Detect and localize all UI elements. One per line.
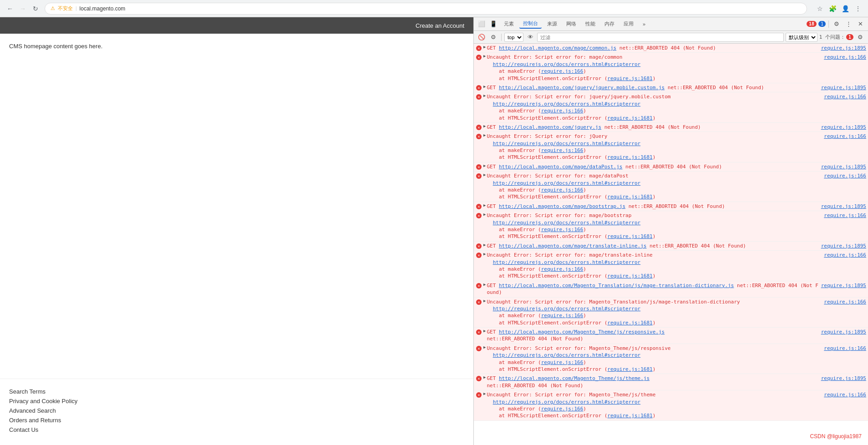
profile-button[interactable]: 👤 (840, 3, 851, 14)
tab-console[interactable]: 控制台 (519, 19, 542, 29)
entry-link-12[interactable]: http://requirejs.org/docs/errors.html#sc… (493, 259, 641, 265)
entry-source-2[interactable]: require.js:166 (824, 54, 866, 60)
expand-1[interactable]: ▶ (483, 45, 486, 49)
tab-network[interactable]: 网络 (563, 20, 580, 28)
entry-src-18a[interactable]: require.js:166 (541, 406, 584, 412)
menu-button[interactable]: ⋮ (853, 3, 863, 14)
entry-source-9[interactable]: require.js:1895 (821, 203, 866, 209)
console-toolbar-settings[interactable]: ⚙ (855, 32, 865, 42)
extensions-button[interactable]: 🧩 (827, 3, 838, 14)
expand-4[interactable]: ▶ (483, 93, 486, 98)
entry-link-9[interactable]: http://local.magento.com/mage/bootstrap.… (499, 203, 625, 209)
entry-src-12b[interactable]: require.js:1681 (607, 273, 652, 279)
entry-link-14[interactable]: http://requirejs.org/docs/errors.html#sc… (493, 306, 641, 312)
expand-9[interactable]: ▶ (483, 203, 486, 207)
eye-button[interactable]: 👁 (525, 32, 535, 42)
entry-src-4a[interactable]: require.js:166 (541, 108, 584, 114)
footer-link-search-terms[interactable]: Search Terms (9, 388, 464, 395)
entry-src-6a[interactable]: require.js:166 (541, 147, 584, 153)
entry-src-10b[interactable]: require.js:1681 (607, 233, 652, 239)
back-button[interactable]: ← (5, 3, 15, 14)
footer-link-privacy[interactable]: Privacy and Cookie Policy (9, 398, 464, 405)
devtools-console[interactable]: ✕ ▶ GET http://local.magento.com/mage/co… (474, 44, 868, 445)
entry-link-7[interactable]: http://local.magento.com/mage/dataPost.j… (499, 164, 623, 170)
console-settings-button[interactable]: ⚙ (488, 32, 498, 42)
entry-link-11[interactable]: http://local.magento.com/mage/translate-… (499, 243, 647, 249)
expand-6[interactable]: ▶ (483, 133, 486, 137)
expand-8[interactable]: ▶ (483, 172, 486, 177)
entry-source-12[interactable]: require.js:166 (824, 252, 866, 258)
entry-src-16b[interactable]: require.js:1681 (607, 366, 652, 372)
filter-input[interactable] (537, 33, 784, 42)
tab-performance[interactable]: 性能 (582, 20, 599, 28)
entry-source-10[interactable]: require.js:166 (824, 212, 866, 218)
expand-14[interactable]: ▶ (483, 298, 486, 303)
entry-link-15[interactable]: http://local.magento.com/Magento_Theme/j… (499, 329, 665, 335)
entry-source-18[interactable]: require.js:166 (824, 392, 866, 398)
entry-link-4[interactable]: http://requirejs.org/docs/errors.html#sc… (493, 101, 641, 107)
inspect-element-button[interactable]: ⬜ (477, 19, 487, 29)
entry-source-8[interactable]: require.js:166 (824, 173, 866, 179)
expand-15[interactable]: ▶ (483, 329, 486, 333)
expand-3[interactable]: ▶ (483, 84, 486, 89)
footer-link-advanced-search[interactable]: Advanced Search (9, 407, 464, 414)
entry-source-1[interactable]: require.js:1895 (821, 45, 866, 51)
entry-source-7[interactable]: require.js:1895 (821, 164, 866, 170)
entry-link-17[interactable]: http://local.magento.com/Magento_Theme/j… (499, 375, 650, 381)
entry-src-8b[interactable]: require.js:1681 (607, 194, 652, 200)
entry-src-6b[interactable]: require.js:1681 (607, 154, 652, 160)
entry-link-13[interactable]: http://local.magento.com/Magento_Transla… (499, 283, 734, 288)
entry-src-12a[interactable]: require.js:166 (541, 266, 584, 272)
entry-src-2b[interactable]: require.js:1681 (607, 76, 652, 81)
tab-application[interactable]: 应用 (620, 20, 637, 28)
expand-12[interactable]: ▶ (483, 252, 486, 256)
entry-source-4[interactable]: require.js:166 (824, 94, 866, 100)
bookmark-button[interactable]: ☆ (814, 3, 825, 14)
entry-source-13[interactable]: require.js:1895 (821, 283, 866, 288)
entry-link-2[interactable]: http://requirejs.org/docs/errors.html#sc… (493, 61, 641, 67)
forward-button[interactable]: → (17, 3, 28, 14)
entry-source-17[interactable]: require.js:1895 (821, 375, 866, 381)
expand-7[interactable]: ▶ (483, 163, 486, 168)
tab-elements[interactable]: 元素 (500, 20, 518, 28)
expand-2[interactable]: ▶ (483, 54, 486, 58)
entry-link-1[interactable]: http://local.magento.com/mage/common.js (499, 45, 616, 51)
entry-link-3[interactable]: http://local.magento.com/jquery/jquery.m… (499, 85, 665, 91)
reload-button[interactable]: ↻ (30, 3, 41, 14)
create-account-link[interactable]: Create an Account (416, 22, 464, 29)
entry-src-4b[interactable]: require.js:1681 (607, 115, 652, 121)
expand-11[interactable]: ▶ (483, 243, 486, 247)
footer-link-orders[interactable]: Orders and Returns (9, 417, 464, 424)
expand-5[interactable]: ▶ (483, 124, 486, 128)
entry-src-8a[interactable]: require.js:166 (541, 187, 584, 193)
entry-link-5[interactable]: http://local.magento.com/jquery.js (499, 124, 601, 130)
entry-src-2a[interactable]: require.js:166 (541, 68, 584, 74)
entry-source-3[interactable]: require.js:1895 (821, 85, 866, 91)
entry-source-14[interactable]: require.js:166 (824, 299, 866, 305)
clear-console-button[interactable]: 🚫 (477, 32, 487, 42)
expand-18[interactable]: ▶ (483, 391, 486, 396)
expand-10[interactable]: ▶ (483, 212, 486, 217)
settings-button[interactable]: ⚙ (832, 19, 842, 29)
tab-sources[interactable]: 来源 (543, 20, 561, 28)
log-level-select[interactable]: 默认级别 详细 信息 警告 错误 (786, 33, 817, 42)
device-toggle-button[interactable]: 📱 (488, 19, 498, 29)
tab-memory[interactable]: 内存 (601, 20, 618, 28)
entry-source-15[interactable]: require.js:1895 (821, 329, 866, 335)
close-devtools-button[interactable]: ✕ (855, 19, 865, 29)
context-select[interactable]: top (504, 33, 523, 42)
entry-src-14a[interactable]: require.js:166 (541, 313, 584, 319)
tab-more[interactable]: » (639, 20, 649, 28)
footer-link-contact[interactable]: Contact Us (9, 426, 464, 433)
entry-src-10a[interactable]: require.js:166 (541, 227, 584, 233)
entry-source-6[interactable]: require.js:166 (824, 133, 866, 139)
entry-source-16[interactable]: require.js:166 (824, 345, 866, 351)
entry-link-10[interactable]: http://requirejs.org/docs/errors.html#sc… (493, 220, 641, 226)
entry-source-11[interactable]: require.js:1895 (821, 243, 866, 249)
expand-17[interactable]: ▶ (483, 375, 486, 379)
entry-src-16a[interactable]: require.js:166 (541, 359, 584, 365)
address-bar[interactable]: ⚠ 不安全 | local.magento.com (45, 3, 807, 15)
entry-link-16[interactable]: http://requirejs.org/docs/errors.html#sc… (493, 352, 641, 358)
entry-link-8[interactable]: http://requirejs.org/docs/errors.html#sc… (493, 180, 641, 186)
expand-13[interactable]: ▶ (483, 282, 486, 287)
